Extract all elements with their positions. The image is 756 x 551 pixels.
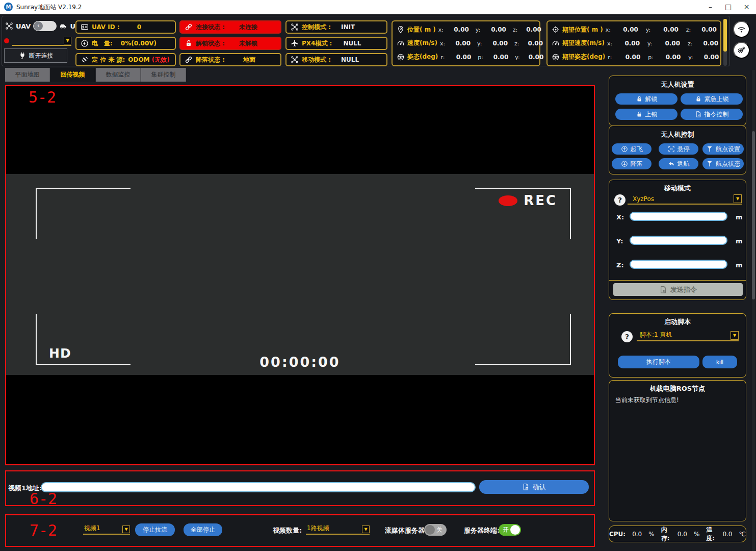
gyroscope-icon bbox=[552, 53, 560, 61]
chevron-down-icon[interactable]: ▼ bbox=[734, 194, 742, 203]
settings-button[interactable] bbox=[733, 42, 750, 59]
stop-all-button[interactable]: 全部停止 bbox=[184, 523, 222, 536]
script-select-value: 脚本:1 真机 bbox=[640, 331, 672, 339]
disconnect-button[interactable]: 断开连接 bbox=[4, 48, 67, 63]
px4-mode-label: PX4模式 : bbox=[302, 39, 332, 48]
video-count-label: 视频数量: bbox=[273, 526, 302, 535]
satellite-dish-icon bbox=[81, 56, 89, 64]
uav-id-label: UAV ID : bbox=[92, 23, 120, 31]
move-mode-box: 移动模式 : NULL bbox=[285, 53, 387, 66]
uav-id-box: UAV ID : 0 bbox=[75, 20, 176, 34]
memory-label: 内存: bbox=[661, 525, 671, 543]
z-input[interactable] bbox=[630, 260, 727, 269]
x-input[interactable] bbox=[630, 212, 727, 221]
waypoint-set-button[interactable]: 航点设置 bbox=[702, 143, 744, 155]
toolbar-scrollbar-thumb[interactable] bbox=[723, 19, 727, 52]
emergency-lock-button[interactable]: 紧急上锁 bbox=[681, 93, 743, 105]
battery-box: 电 量: 0%(0.00V) bbox=[75, 37, 176, 50]
unlock-button[interactable]: 解锁 bbox=[615, 93, 677, 105]
device-select[interactable]: ▼ bbox=[12, 36, 71, 46]
viewfinder-bracket-bottom-right bbox=[475, 314, 571, 365]
return-home-button[interactable]: 返航 bbox=[659, 158, 698, 169]
media-server-toggle[interactable]: 关 bbox=[424, 524, 447, 536]
window-scrollbar[interactable] bbox=[752, 70, 755, 551]
tab-data-monitor[interactable]: 数据监控 bbox=[96, 68, 141, 82]
minimize-button[interactable]: – bbox=[701, 0, 720, 14]
video-channel-select[interactable]: 视频1 ▼ bbox=[83, 524, 130, 535]
ground-station-window: M Sunray地面站 V2.19.2 – □ × UAV ‹ UGV ▼ 断开… bbox=[0, 0, 756, 551]
close-button[interactable]: × bbox=[737, 0, 756, 14]
cpu-unit: % bbox=[648, 531, 654, 538]
stop-pull-button[interactable]: 停止拉流 bbox=[135, 523, 175, 536]
lock-closed-icon bbox=[636, 111, 643, 118]
video-frame: REC HD 00:00:00 bbox=[6, 174, 594, 375]
help-icon[interactable]: ? bbox=[621, 331, 633, 342]
toggle-knob[interactable]: ‹ bbox=[34, 21, 43, 31]
speedometer-icon bbox=[397, 39, 405, 47]
move-mode-value: XyzPos bbox=[633, 195, 654, 203]
server-terminal-toggle[interactable]: 开 bbox=[499, 524, 521, 536]
crosshair-icon bbox=[552, 26, 560, 34]
lock-open-icon bbox=[636, 95, 643, 103]
temperature-label: 温度: bbox=[706, 525, 716, 543]
gyroscope-icon bbox=[397, 53, 405, 61]
chevron-down-icon[interactable]: ▼ bbox=[731, 331, 739, 340]
window-scrollbar-thumb[interactable] bbox=[752, 131, 755, 299]
takeoff-button[interactable]: 起飞 bbox=[612, 143, 651, 155]
toggle-knob[interactable] bbox=[425, 525, 435, 535]
x-label: X: bbox=[616, 213, 624, 221]
toolbar-scrollbar[interactable] bbox=[723, 19, 727, 66]
toggle-knob[interactable] bbox=[510, 525, 520, 535]
land-status-label: 降落状态 : bbox=[196, 56, 225, 64]
chevron-down-icon[interactable]: ▼ bbox=[362, 525, 370, 533]
video-count-value: 1路视频 bbox=[307, 524, 329, 533]
land-status-value: 地面 bbox=[243, 56, 255, 64]
uav-ugv-toggle[interactable]: ‹ bbox=[33, 21, 57, 31]
control-mode-value: INIT bbox=[341, 23, 355, 31]
setpoint-attitude-row: 期望姿态(deg) r:0.00 p:0.00 y:0.00 bbox=[552, 53, 716, 61]
help-icon[interactable]: ? bbox=[614, 194, 625, 206]
record-indicator: REC bbox=[499, 193, 557, 208]
move-mode-select[interactable]: XyzPos ▼ bbox=[628, 194, 742, 205]
annotation-5-2: 5-2 bbox=[29, 88, 56, 106]
tab-video-feed[interactable]: 回传视频 bbox=[50, 68, 95, 82]
px4-mode-value: NULL bbox=[343, 40, 361, 47]
setpoint-box: 期望位置( m ) x:0.00 y:0.00 z:0.00 期望速度(m/s)… bbox=[546, 20, 721, 66]
chevron-down-icon[interactable]: ▼ bbox=[122, 525, 130, 533]
land-button[interactable]: 降落 bbox=[612, 158, 651, 169]
connection-status-dot bbox=[4, 38, 9, 43]
command-control-button[interactable]: 指令控制 bbox=[681, 109, 743, 120]
hd-badge: HD bbox=[49, 346, 71, 361]
drone-icon bbox=[5, 22, 13, 30]
confirm-button[interactable]: 确认 bbox=[479, 480, 589, 494]
link-icon bbox=[185, 56, 193, 64]
connect-status-value: 未连接 bbox=[239, 23, 257, 32]
script-select[interactable]: 脚本:1 真机 ▼ bbox=[637, 331, 739, 341]
y-input[interactable] bbox=[630, 236, 727, 245]
vehicle-type-switch-row: UAV ‹ UGV bbox=[5, 20, 86, 32]
drone-icon bbox=[291, 56, 299, 64]
video-address-input[interactable] bbox=[41, 482, 476, 492]
connect-status-label: 连接状态 : bbox=[196, 23, 225, 32]
waypoint-status-button[interactable]: 航点状态 bbox=[702, 158, 744, 169]
wifi-button[interactable] bbox=[733, 21, 750, 38]
plane-icon bbox=[291, 39, 299, 47]
ros-nodes-message: 当前未获取到节点信息! bbox=[615, 396, 679, 405]
maximize-button[interactable]: □ bbox=[719, 0, 738, 14]
run-script-button[interactable]: 执行脚本 bbox=[618, 356, 699, 368]
battery-value: 0%(0.00V) bbox=[121, 40, 157, 47]
map-pin-icon bbox=[397, 26, 405, 34]
z-label: Z: bbox=[616, 261, 624, 269]
lock-button[interactable]: 上锁 bbox=[615, 109, 677, 120]
tab-plane-map[interactable]: 平面地图 bbox=[5, 68, 50, 82]
send-command-button[interactable]: 发送指令 bbox=[613, 283, 743, 296]
video-channel-value: 视频1 bbox=[84, 524, 100, 533]
temperature-value: 0.0 bbox=[722, 531, 732, 538]
hover-button[interactable]: 悬停 bbox=[659, 143, 698, 155]
tab-swarm-control[interactable]: 集群控制 bbox=[141, 68, 186, 82]
uav-id-value: 0 bbox=[137, 23, 141, 31]
video-count-select[interactable]: 1路视频 ▼ bbox=[306, 524, 370, 535]
kill-script-button[interactable]: kill bbox=[702, 356, 737, 368]
chevron-down-icon[interactable]: ▼ bbox=[64, 37, 71, 44]
position-row: 位置( m ) x:0.00 y:0.00 z:0.00 bbox=[397, 26, 535, 34]
